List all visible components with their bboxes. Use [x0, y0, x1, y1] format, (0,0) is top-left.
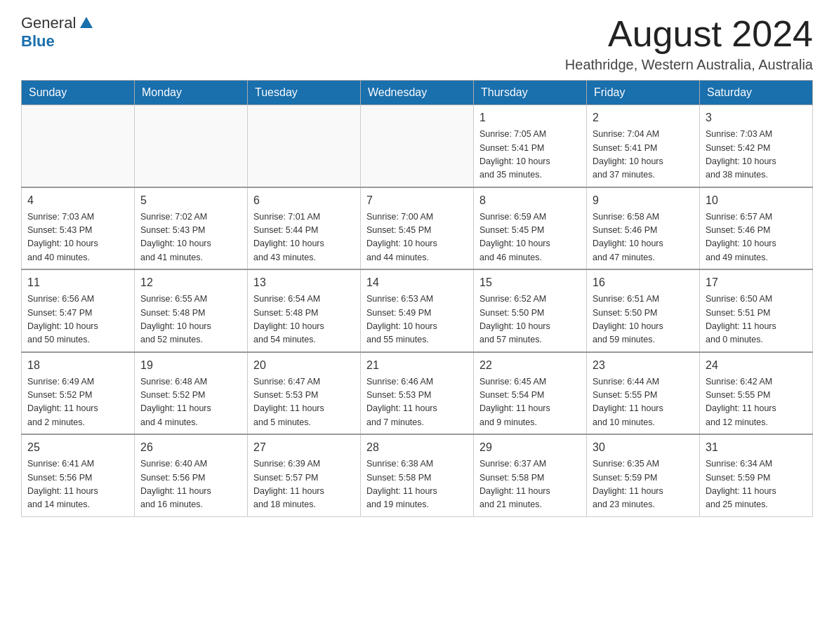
weekday-header: Thursday	[474, 81, 587, 105]
day-number: 21	[366, 357, 468, 374]
page-header: General Blue August 2024 Heathridge, Wes…	[21, 14, 813, 73]
calendar-cell: 5Sunrise: 7:02 AM Sunset: 5:43 PM Daylig…	[135, 187, 248, 270]
day-info: Sunrise: 6:35 AM Sunset: 5:59 PM Dayligh…	[593, 457, 694, 512]
calendar-cell: 15Sunrise: 6:52 AM Sunset: 5:50 PM Dayli…	[474, 269, 587, 352]
day-info: Sunrise: 6:57 AM Sunset: 5:46 PM Dayligh…	[706, 210, 807, 265]
day-info: Sunrise: 6:44 AM Sunset: 5:55 PM Dayligh…	[593, 375, 694, 430]
day-info: Sunrise: 6:34 AM Sunset: 5:59 PM Dayligh…	[706, 457, 807, 512]
day-number: 13	[253, 274, 355, 291]
month-year-title: August 2024	[565, 14, 813, 54]
day-number: 11	[27, 274, 128, 291]
weekday-header: Wednesday	[361, 81, 474, 105]
calendar-cell: 12Sunrise: 6:55 AM Sunset: 5:48 PM Dayli…	[135, 269, 248, 352]
calendar-cell: 22Sunrise: 6:45 AM Sunset: 5:54 PM Dayli…	[474, 352, 587, 435]
calendar-week-row: 25Sunrise: 6:41 AM Sunset: 5:56 PM Dayli…	[22, 434, 813, 516]
day-info: Sunrise: 6:38 AM Sunset: 5:58 PM Dayligh…	[366, 457, 468, 512]
calendar-cell: 27Sunrise: 6:39 AM Sunset: 5:57 PM Dayli…	[248, 434, 361, 516]
weekday-header: Friday	[587, 81, 700, 105]
day-number: 19	[140, 357, 241, 374]
day-number: 20	[253, 357, 355, 374]
day-info: Sunrise: 6:46 AM Sunset: 5:53 PM Dayligh…	[366, 375, 468, 430]
day-number: 12	[140, 274, 241, 291]
calendar-cell: 10Sunrise: 6:57 AM Sunset: 5:46 PM Dayli…	[700, 187, 813, 270]
day-info: Sunrise: 6:37 AM Sunset: 5:58 PM Dayligh…	[479, 457, 581, 512]
day-info: Sunrise: 6:47 AM Sunset: 5:53 PM Dayligh…	[253, 375, 355, 430]
calendar-cell: 14Sunrise: 6:53 AM Sunset: 5:49 PM Dayli…	[361, 269, 474, 352]
calendar-cell: 19Sunrise: 6:48 AM Sunset: 5:52 PM Dayli…	[135, 352, 248, 435]
calendar-cell: 4Sunrise: 7:03 AM Sunset: 5:43 PM Daylig…	[22, 187, 135, 270]
day-number: 22	[479, 357, 581, 374]
day-number: 10	[706, 192, 807, 209]
calendar-cell: 26Sunrise: 6:40 AM Sunset: 5:56 PM Dayli…	[135, 434, 248, 516]
day-number: 23	[593, 357, 694, 374]
calendar-week-row: 11Sunrise: 6:56 AM Sunset: 5:47 PM Dayli…	[22, 269, 813, 352]
calendar-cell: 31Sunrise: 6:34 AM Sunset: 5:59 PM Dayli…	[700, 434, 813, 516]
weekday-header: Monday	[135, 81, 248, 105]
day-info: Sunrise: 6:48 AM Sunset: 5:52 PM Dayligh…	[140, 375, 241, 430]
calendar-cell: 28Sunrise: 6:38 AM Sunset: 5:58 PM Dayli…	[361, 434, 474, 516]
calendar-cell: 7Sunrise: 7:00 AM Sunset: 5:45 PM Daylig…	[361, 187, 474, 270]
calendar-week-row: 18Sunrise: 6:49 AM Sunset: 5:52 PM Dayli…	[22, 352, 813, 435]
day-number: 26	[140, 439, 241, 456]
logo-blue-text: Blue	[21, 32, 55, 51]
calendar-cell	[248, 105, 361, 187]
day-info: Sunrise: 6:39 AM Sunset: 5:57 PM Dayligh…	[253, 457, 355, 512]
calendar-cell: 18Sunrise: 6:49 AM Sunset: 5:52 PM Dayli…	[22, 352, 135, 435]
day-info: Sunrise: 6:56 AM Sunset: 5:47 PM Dayligh…	[27, 293, 128, 347]
day-info: Sunrise: 6:51 AM Sunset: 5:50 PM Dayligh…	[593, 293, 694, 347]
day-info: Sunrise: 7:04 AM Sunset: 5:41 PM Dayligh…	[593, 128, 694, 182]
calendar-cell: 17Sunrise: 6:50 AM Sunset: 5:51 PM Dayli…	[700, 269, 813, 352]
logo: General Blue	[21, 14, 94, 51]
day-info: Sunrise: 6:45 AM Sunset: 5:54 PM Dayligh…	[479, 375, 581, 430]
day-info: Sunrise: 7:03 AM Sunset: 5:43 PM Dayligh…	[27, 210, 128, 265]
calendar-cell: 13Sunrise: 6:54 AM Sunset: 5:48 PM Dayli…	[248, 269, 361, 352]
day-info: Sunrise: 6:40 AM Sunset: 5:56 PM Dayligh…	[140, 457, 241, 512]
day-number: 2	[593, 109, 694, 126]
location-subtitle: Heathridge, Western Australia, Australia	[565, 57, 813, 73]
day-number: 14	[366, 274, 468, 291]
day-number: 16	[593, 274, 694, 291]
weekday-header: Saturday	[700, 81, 813, 105]
day-number: 4	[27, 192, 128, 209]
day-number: 7	[366, 192, 468, 209]
logo-triangle-icon	[79, 15, 94, 31]
calendar-cell: 21Sunrise: 6:46 AM Sunset: 5:53 PM Dayli…	[361, 352, 474, 435]
logo-general-text: General	[21, 14, 76, 32]
calendar-cell: 23Sunrise: 6:44 AM Sunset: 5:55 PM Dayli…	[587, 352, 700, 435]
day-number: 25	[27, 439, 128, 456]
day-info: Sunrise: 7:00 AM Sunset: 5:45 PM Dayligh…	[366, 210, 468, 265]
calendar-cell: 9Sunrise: 6:58 AM Sunset: 5:46 PM Daylig…	[587, 187, 700, 270]
day-info: Sunrise: 6:42 AM Sunset: 5:55 PM Dayligh…	[706, 375, 807, 430]
day-number: 31	[706, 439, 807, 456]
svg-marker-0	[80, 17, 93, 28]
calendar-week-row: 4Sunrise: 7:03 AM Sunset: 5:43 PM Daylig…	[22, 187, 813, 270]
day-number: 24	[706, 357, 807, 374]
calendar-cell: 16Sunrise: 6:51 AM Sunset: 5:50 PM Dayli…	[587, 269, 700, 352]
day-info: Sunrise: 6:59 AM Sunset: 5:45 PM Dayligh…	[479, 210, 581, 265]
day-info: Sunrise: 6:53 AM Sunset: 5:49 PM Dayligh…	[366, 293, 468, 347]
calendar-table: SundayMondayTuesdayWednesdayThursdayFrid…	[21, 80, 813, 517]
calendar-cell	[22, 105, 135, 187]
calendar-cell: 2Sunrise: 7:04 AM Sunset: 5:41 PM Daylig…	[587, 105, 700, 187]
day-info: Sunrise: 7:02 AM Sunset: 5:43 PM Dayligh…	[140, 210, 241, 265]
title-section: August 2024 Heathridge, Western Australi…	[565, 14, 813, 73]
day-info: Sunrise: 7:05 AM Sunset: 5:41 PM Dayligh…	[479, 128, 581, 182]
day-number: 8	[479, 192, 581, 209]
calendar-cell: 29Sunrise: 6:37 AM Sunset: 5:58 PM Dayli…	[474, 434, 587, 516]
day-info: Sunrise: 6:52 AM Sunset: 5:50 PM Dayligh…	[479, 293, 581, 347]
day-number: 3	[706, 109, 807, 126]
day-number: 1	[479, 109, 581, 126]
calendar-cell	[361, 105, 474, 187]
calendar-cell: 30Sunrise: 6:35 AM Sunset: 5:59 PM Dayli…	[587, 434, 700, 516]
calendar-cell: 20Sunrise: 6:47 AM Sunset: 5:53 PM Dayli…	[248, 352, 361, 435]
day-info: Sunrise: 7:03 AM Sunset: 5:42 PM Dayligh…	[706, 128, 807, 182]
day-info: Sunrise: 6:55 AM Sunset: 5:48 PM Dayligh…	[140, 293, 241, 347]
day-info: Sunrise: 6:50 AM Sunset: 5:51 PM Dayligh…	[706, 293, 807, 347]
day-number: 27	[253, 439, 355, 456]
day-number: 6	[253, 192, 355, 209]
day-number: 28	[366, 439, 468, 456]
calendar-cell: 3Sunrise: 7:03 AM Sunset: 5:42 PM Daylig…	[700, 105, 813, 187]
day-number: 17	[706, 274, 807, 291]
calendar-cell: 1Sunrise: 7:05 AM Sunset: 5:41 PM Daylig…	[474, 105, 587, 187]
day-info: Sunrise: 7:01 AM Sunset: 5:44 PM Dayligh…	[253, 210, 355, 265]
